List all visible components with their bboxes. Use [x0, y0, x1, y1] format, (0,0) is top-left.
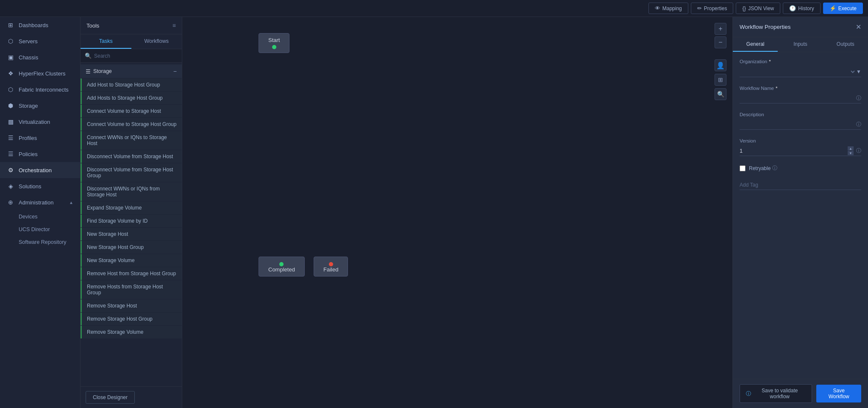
- edit-icon: ✏: [697, 5, 702, 11]
- close-designer-button[interactable]: Close Designer: [86, 391, 135, 404]
- zoom-out-button[interactable]: −: [715, 36, 726, 48]
- tab-outputs[interactable]: Outputs: [823, 37, 868, 52]
- tab-workflows[interactable]: Workflows: [131, 34, 182, 49]
- sidebar-item-policies[interactable]: ☰ Policies: [0, 146, 80, 162]
- task-item[interactable]: Add Host to Storage Host Group: [81, 78, 182, 91]
- code-icon: {}: [742, 5, 746, 11]
- tab-inputs[interactable]: Inputs: [778, 37, 823, 52]
- profiles-icon: ☰: [7, 134, 14, 141]
- sidebar-sub-item-ucs[interactable]: UCS Director: [19, 223, 80, 236]
- tools-task-list: ☰ Storage − Add Host to Storage Host Gro…: [81, 63, 182, 386]
- task-item[interactable]: Remove Storage Host: [81, 299, 182, 312]
- sidebar-admin-sub: Devices UCS Director Software Repository: [0, 210, 80, 249]
- completed-dot: [279, 262, 284, 266]
- task-item[interactable]: Connect Volume to Storage Host Group: [81, 118, 182, 131]
- task-item[interactable]: New Storage Volume: [81, 254, 182, 267]
- sidebar-item-solutions[interactable]: ◈ Solutions: [0, 178, 80, 194]
- section-collapse-icon[interactable]: −: [173, 68, 177, 75]
- sidebar-item-profiles[interactable]: ☰ Profiles: [0, 130, 80, 146]
- tab-general[interactable]: General: [733, 37, 778, 52]
- props-footer: ⓘ Save to validate workflow Save Workflo…: [733, 379, 868, 408]
- organization-field: Organization * ▼: [740, 59, 861, 77]
- history-label: History: [798, 6, 814, 11]
- sidebar-item-label: Policies: [19, 151, 73, 157]
- wf-node-failed[interactable]: Failed: [314, 257, 348, 277]
- close-icon[interactable]: ✕: [856, 23, 861, 31]
- task-item[interactable]: Connect Volume to Storage Host: [81, 105, 182, 117]
- properties-button[interactable]: ✏ Properties: [691, 3, 734, 14]
- description-input[interactable]: [740, 120, 856, 129]
- zoom-in-button[interactable]: +: [715, 23, 726, 35]
- task-item[interactable]: Remove Hosts from Storage Host Group: [81, 280, 182, 299]
- storage-icon: ⬢: [7, 102, 14, 109]
- chassis-icon: ▣: [7, 54, 14, 61]
- sidebar-sub-item-software[interactable]: Software Repository: [19, 236, 80, 249]
- retryable-checkbox[interactable]: [740, 165, 746, 171]
- save-validate-button[interactable]: ⓘ Save to validate workflow: [740, 384, 812, 403]
- task-item[interactable]: Remove Storage Host Group: [81, 313, 182, 325]
- sidebar-item-hyperflex[interactable]: ❖ HyperFlex Clusters: [0, 65, 80, 81]
- menu-icon[interactable]: ≡: [172, 22, 176, 29]
- task-item[interactable]: Expand Storage Volume: [81, 201, 182, 214]
- task-item[interactable]: Connect WWNs or IQNs to Storage Host: [81, 131, 182, 150]
- sidebar-item-label: HyperFlex Clusters: [19, 70, 73, 77]
- search-tool[interactable]: 🔍: [715, 88, 726, 100]
- save-validate-label: Save to validate workflow: [754, 388, 806, 400]
- tools-panel: Tools ≡ Tasks Workflows 🔍 ☰ Storage − Ad…: [81, 17, 182, 408]
- task-item[interactable]: Remove Storage Volume: [81, 326, 182, 338]
- info-icon-version[interactable]: ⓘ: [856, 147, 861, 154]
- search-bar: 🔍: [81, 49, 182, 63]
- task-item[interactable]: Disconnect Volume from Storage Host: [81, 150, 182, 163]
- person-tool[interactable]: 👤: [715, 59, 726, 71]
- tab-tasks[interactable]: Tasks: [81, 34, 131, 49]
- execute-button[interactable]: ⚡ Execute: [823, 3, 863, 14]
- task-item[interactable]: Disconnect WWNs or IQNs from Storage Hos…: [81, 182, 182, 201]
- version-spinners: ▲ ▼: [848, 146, 854, 155]
- workflow-name-field: Workflow Name * ⓘ: [740, 86, 861, 103]
- wf-node-start[interactable]: Start: [259, 33, 289, 53]
- sidebar-item-storage[interactable]: ⬢ Storage: [0, 98, 80, 114]
- sidebar-item-virtualization[interactable]: ▩ Virtualization: [0, 114, 80, 130]
- description-field: Description ⓘ: [740, 112, 861, 130]
- task-item[interactable]: Find Storage Volume by ID: [81, 215, 182, 227]
- bolt-icon: ⚡: [829, 5, 836, 11]
- json-view-button[interactable]: {} JSON View: [736, 3, 780, 14]
- sidebar-item-chassis[interactable]: ▣ Chassis: [0, 49, 80, 65]
- sidebar-item-orchestration[interactable]: ⚙ Orchestration: [0, 162, 80, 178]
- workflow-name-input[interactable]: [740, 93, 856, 103]
- sidebar-item-dashboards[interactable]: ⊞ Dashboards: [0, 17, 80, 33]
- version-row: ▲ ▼ ⓘ: [740, 146, 861, 156]
- save-workflow-button[interactable]: Save Workflow: [816, 385, 861, 402]
- info-icon-retryable[interactable]: ⓘ: [772, 165, 777, 172]
- search-input[interactable]: [94, 53, 178, 59]
- mapping-button[interactable]: 👁 Mapping: [648, 3, 688, 14]
- grid-tool[interactable]: ⊞: [715, 74, 726, 86]
- sidebar-item-servers[interactable]: ⬡ Servers: [0, 33, 80, 49]
- org-select[interactable]: [740, 68, 856, 75]
- task-item[interactable]: Disconnect Volume from Storage Host Grou…: [81, 163, 182, 182]
- history-button[interactable]: 🕐 History: [783, 3, 820, 14]
- info-icon-description[interactable]: ⓘ: [856, 121, 861, 128]
- version-up[interactable]: ▲: [848, 146, 854, 151]
- wf-node-completed[interactable]: Completed: [259, 257, 305, 277]
- canvas-area[interactable]: Start Completed Failed + − 👤 ⊞ 🔍: [182, 17, 732, 408]
- props-body: Organization * ▼ Workflow Name *: [733, 52, 868, 379]
- version-label: Version: [740, 138, 861, 143]
- sidebar-sub-item-devices[interactable]: Devices: [19, 210, 80, 223]
- sidebar-item-label: Orchestration: [19, 167, 73, 173]
- storage-section-icon: ☰: [86, 68, 91, 75]
- add-tag-label[interactable]: Add Tag: [740, 180, 861, 190]
- version-input[interactable]: [740, 146, 845, 156]
- canvas-controls: + −: [715, 23, 726, 48]
- sidebar-item-fabric[interactable]: ⬡ Fabric Interconnects: [0, 81, 80, 98]
- task-item[interactable]: Remove Host from Storage Host Group: [81, 267, 182, 280]
- task-item[interactable]: Add Hosts to Storage Host Group: [81, 92, 182, 104]
- sidebar-item-administration[interactable]: ⊕ Administration ▲: [0, 194, 80, 210]
- task-item[interactable]: New Storage Host: [81, 228, 182, 240]
- description-label: Description: [740, 112, 861, 117]
- version-down[interactable]: ▼: [848, 151, 854, 155]
- history-icon: 🕐: [789, 5, 796, 11]
- info-icon[interactable]: ⓘ: [856, 95, 861, 102]
- task-item[interactable]: New Storage Host Group: [81, 241, 182, 254]
- storage-section-label: Storage: [93, 68, 112, 74]
